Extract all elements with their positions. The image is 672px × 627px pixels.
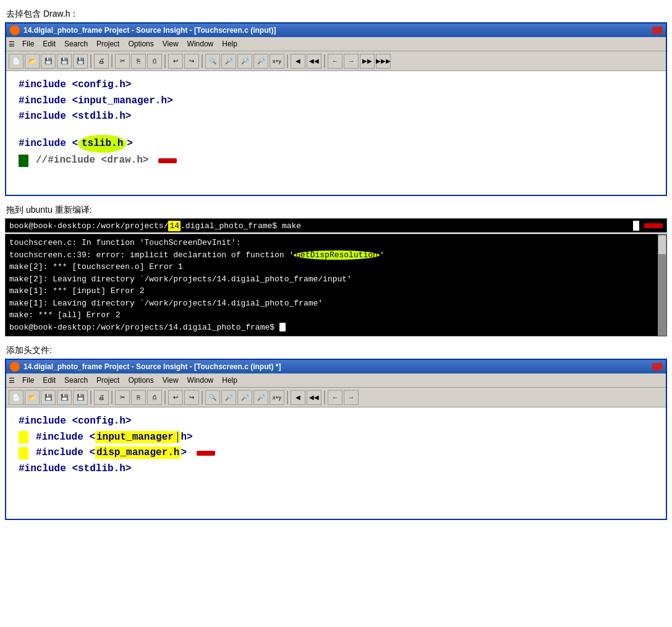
terminal-scrollbar[interactable]	[658, 234, 666, 336]
source-insight-window-2: 14.digial_photo_frame Project - Source I…	[5, 359, 667, 520]
scrollbar-thumb[interactable]	[658, 236, 666, 254]
code-text-5: //#include <draw.h>	[36, 153, 148, 169]
btn-nav4-2[interactable]: →	[344, 390, 359, 405]
code-line-w2-2: #include <input_manager│h>	[19, 430, 653, 446]
btn-nav3-2[interactable]: ←	[328, 390, 342, 405]
btn-nav2[interactable]: ◀◀	[307, 54, 321, 69]
code-text-w2-2: #include <input_manager│h>	[36, 430, 193, 446]
terminal-line-4: make[2]: Leaving directory `/work/projec…	[9, 273, 655, 286]
terminal-cursor	[633, 221, 639, 231]
btn-undo[interactable]: ↩	[168, 54, 183, 69]
btn-nav2-2[interactable]: ◀◀	[307, 390, 321, 405]
code-line-3: #include <stdlib.h>	[19, 109, 653, 125]
menu-options-1[interactable]: Options	[124, 38, 157, 49]
btn-new[interactable]: 📄	[9, 54, 23, 69]
terminal-line-3: make[2]: *** [touchscreen.o] Error 1	[9, 261, 655, 273]
line-marker-green	[19, 155, 28, 167]
btn-xy[interactable]: x+y	[270, 54, 284, 69]
terminal-line-5: make[1]: *** [input] Error 2	[9, 285, 655, 297]
menubar-1: ☰ File Edit Search Project Options View …	[6, 37, 666, 51]
btn-new-2[interactable]: 📄	[9, 390, 23, 405]
btn-save2-2[interactable]: 💾	[73, 390, 88, 405]
btn-find-2[interactable]: 🔍	[205, 390, 220, 405]
code-area-2[interactable]: #include <config.h> #include <input_mana…	[6, 407, 666, 519]
code-area-1[interactable]: #include <config.h> #include <input_mana…	[6, 71, 666, 195]
btn-xy-2[interactable]: x+y	[270, 390, 284, 405]
menu-search-2[interactable]: Search	[61, 375, 91, 386]
code-text-2: #include <input_manager.h>	[19, 93, 173, 109]
menu-project-1[interactable]: Project	[93, 38, 123, 49]
btn-copy[interactable]: ⎘	[131, 54, 146, 69]
terminal-line-2: touchscreen.c:39: error: implicit declar…	[9, 249, 655, 262]
code-text-w2-4: #include <stdlib.h>	[19, 461, 131, 477]
menu-help-2[interactable]: Help	[218, 375, 241, 386]
btn-cut-2[interactable]: ✂	[115, 390, 130, 405]
menu-edit-2[interactable]: Edit	[39, 375, 59, 386]
window-icon-2	[10, 362, 20, 372]
menu-search-1[interactable]: Search	[61, 38, 91, 49]
code-text-w2-3: #include <disp_manager.h>	[36, 445, 187, 461]
btn-cut[interactable]: ✂	[115, 54, 130, 69]
btn-nav4[interactable]: →	[344, 54, 359, 69]
btn-nav1-2[interactable]: ◀	[291, 390, 305, 405]
btn-redo[interactable]: ↪	[184, 54, 199, 69]
terminal-prompt-text: book@book-desktop:/work/projects/14.digi…	[9, 221, 633, 231]
btn-nav3[interactable]: ←	[328, 54, 342, 69]
btn-print[interactable]: 🖨	[94, 54, 109, 69]
menu-options-2[interactable]: Options	[124, 375, 157, 386]
window-title-1: 14.digial_photo_frame Project - Source I…	[23, 26, 276, 35]
sep6-2	[324, 391, 325, 404]
menu-project-2[interactable]: Project	[93, 375, 123, 386]
btn-undo-2[interactable]: ↩	[168, 390, 183, 405]
btn-open-2[interactable]: 📂	[25, 390, 40, 405]
btn-nav1[interactable]: ◀	[291, 54, 305, 69]
btn-save-2[interactable]: 💾	[41, 390, 56, 405]
menu-help-1[interactable]: Help	[218, 38, 241, 49]
btn-nav6[interactable]: ▶▶▶	[376, 54, 391, 69]
btn-open[interactable]: 📂	[25, 54, 40, 69]
btn-find3[interactable]: 🔎	[237, 54, 252, 69]
btn-nav5[interactable]: ▶▶	[360, 54, 375, 69]
btn-find2[interactable]: 🔎	[221, 54, 236, 69]
toolbar-2: 📄 📂 💾 💾 💾 🖨 ✂ ⎘ ⎙ ↩ ↪ 🔍 🔎 🔎 🔎 x+y ◀ ◀◀ ←	[6, 388, 666, 407]
terminal-output: touchscreen.c: In function 'TouchScreenD…	[5, 234, 667, 336]
btn-redo-2[interactable]: ↪	[184, 390, 199, 405]
btn-paste-2[interactable]: ⎙	[147, 390, 162, 405]
terminal-line-1: touchscreen.c: In function 'TouchScreenD…	[9, 237, 655, 249]
menu-file-1[interactable]: File	[19, 38, 38, 49]
btn-saveas-2[interactable]: 💾	[57, 390, 72, 405]
middle-label: 拖到 ubuntu 重新编译:	[0, 201, 672, 218]
btn-find4[interactable]: 🔎	[253, 54, 268, 69]
titlebar-2: 14.digial_photo_frame Project - Source I…	[6, 360, 666, 373]
btn-find[interactable]: 🔍	[205, 54, 220, 69]
terminal-prompt-line[interactable]: book@book-desktop:/work/projects/14.digi…	[5, 218, 667, 232]
menu-view-2[interactable]: View	[159, 375, 182, 386]
btn-find4-2[interactable]: 🔎	[253, 390, 268, 405]
close-button-2[interactable]	[652, 363, 662, 370]
sep3-2	[164, 391, 166, 404]
btn-find3-2[interactable]: 🔎	[237, 390, 252, 405]
menu-window-2[interactable]: Window	[184, 375, 218, 386]
menubar-2: ☰ File Edit Search Project Options View …	[6, 373, 666, 388]
red-dash-2	[644, 223, 663, 228]
window-icon	[10, 25, 20, 35]
menu-file-2[interactable]: File	[19, 375, 38, 386]
code-text-3: #include <stdlib.h>	[19, 109, 131, 125]
code-line-2: #include <input_manager.h>	[19, 93, 653, 109]
close-button-1[interactable]	[652, 27, 662, 34]
menu-edit-1[interactable]: Edit	[39, 38, 59, 49]
btn-save2[interactable]: 💾	[73, 54, 88, 69]
code-line-w2-3: #include <disp_manager.h>	[19, 445, 653, 461]
menu-window-1[interactable]: Window	[184, 38, 218, 49]
btn-find2-2[interactable]: 🔎	[221, 390, 236, 405]
code-text-4: #include <tslib.h>	[19, 135, 133, 153]
btn-paste[interactable]: ⎙	[147, 54, 162, 69]
source-insight-window-1: 14.digial_photo_frame Project - Source I…	[5, 22, 667, 196]
btn-print-2[interactable]: 🖨	[94, 390, 109, 405]
btn-copy-2[interactable]: ⎘	[131, 390, 146, 405]
menu-view-1[interactable]: View	[159, 38, 182, 49]
btn-save[interactable]: 💾	[41, 54, 56, 69]
terminal-line-8: book@book-desktop:/work/projects/14.digi…	[9, 322, 655, 334]
sep2-2	[111, 391, 113, 404]
btn-saveas[interactable]: 💾	[57, 54, 72, 69]
